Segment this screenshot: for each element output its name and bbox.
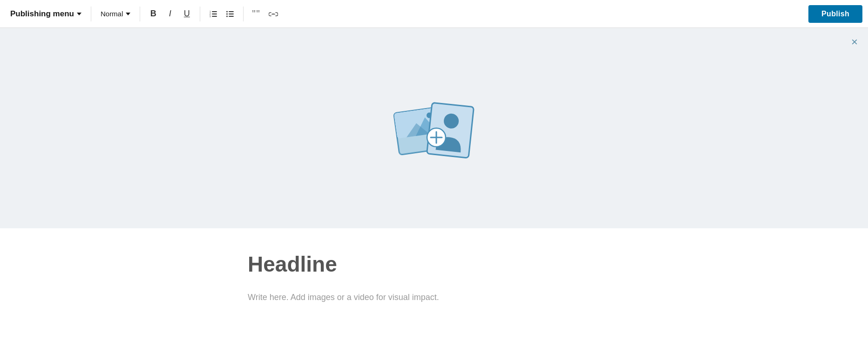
divider-2 (140, 7, 140, 21)
svg-point-11 (226, 15, 228, 17)
publishing-menu-label: Publishing menu (10, 9, 74, 19)
unordered-list-icon (226, 10, 234, 18)
close-button[interactable]: × (851, 36, 858, 48)
ordered-list-icon: 1 2 3 (209, 10, 217, 18)
divider-4 (243, 7, 244, 21)
link-icon (269, 11, 278, 17)
quote-link-buttons: " " (248, 6, 282, 22)
text-format-select[interactable]: Normal (96, 7, 135, 20)
publish-button[interactable]: Publish (808, 5, 862, 23)
unordered-list-button[interactable] (222, 6, 238, 22)
underline-button[interactable]: U (178, 6, 195, 22)
chevron-down-icon (126, 13, 130, 15)
link-button[interactable] (265, 6, 282, 22)
ordered-list-button[interactable]: 1 2 3 (205, 6, 222, 22)
svg-text:3: 3 (210, 15, 211, 17)
italic-button[interactable]: I (162, 6, 178, 22)
svg-text:": " (256, 10, 260, 18)
svg-point-10 (226, 13, 228, 14)
list-buttons: 1 2 3 (205, 6, 238, 22)
media-icon-wrapper (387, 91, 481, 165)
quote-icon: " " (252, 10, 261, 18)
divider-3 (200, 7, 200, 21)
body-placeholder[interactable]: Write here. Add images or a video for vi… (248, 291, 620, 304)
media-upload-icon (387, 91, 481, 165)
quote-button[interactable]: " " (248, 6, 265, 22)
headline[interactable]: Headline (248, 252, 620, 277)
divider-1 (91, 7, 91, 21)
editor-content: Headline Write here. Add images or a vid… (234, 228, 634, 332)
svg-text:": " (252, 10, 256, 18)
publishing-menu-button[interactable]: Publishing menu (6, 7, 86, 21)
chevron-down-icon (77, 13, 81, 15)
text-format-label: Normal (101, 10, 123, 18)
svg-point-9 (226, 11, 228, 12)
image-upload-area[interactable]: × (0, 28, 868, 228)
toolbar: Publishing menu Normal B I U 1 2 3 (0, 0, 868, 28)
bold-button[interactable]: B (145, 6, 162, 22)
text-format-buttons: B I U (145, 6, 195, 22)
